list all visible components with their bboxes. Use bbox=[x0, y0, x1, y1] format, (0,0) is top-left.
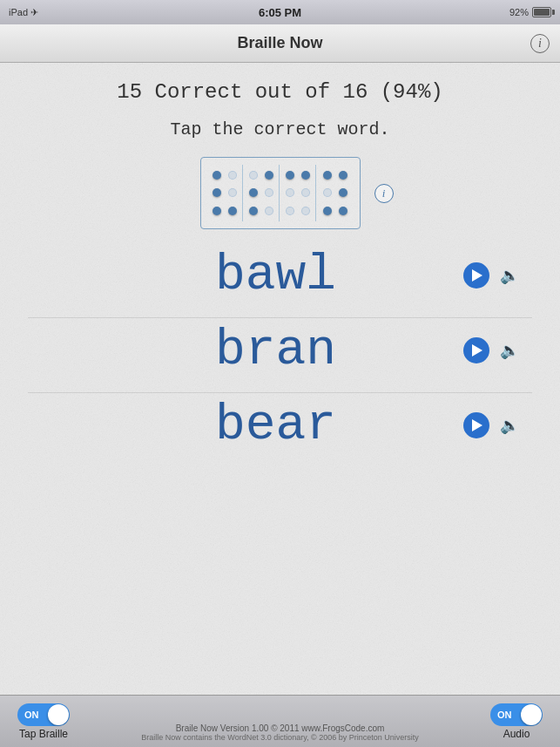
status-bar: iPad ✈ 6:05 PM 92% bbox=[0, 0, 560, 24]
word-row-bear: bear 🔈 bbox=[37, 397, 524, 453]
braille-dot bbox=[339, 207, 347, 215]
braille-dot bbox=[265, 188, 273, 197]
word-bawl-play-button[interactable] bbox=[463, 262, 489, 289]
toggle-thumb-audio bbox=[521, 704, 542, 725]
braille-dot bbox=[301, 207, 310, 215]
audio-on-label: ON bbox=[497, 710, 512, 720]
braille-dot bbox=[249, 207, 258, 215]
braille-cell-2 bbox=[245, 165, 280, 221]
status-time: 6:05 PM bbox=[259, 6, 301, 19]
braille-dot bbox=[301, 188, 310, 197]
toggle-thumb-braille bbox=[48, 704, 69, 725]
nav-info-button[interactable]: i bbox=[530, 34, 550, 53]
instruction-text: Tap the correct word. bbox=[170, 119, 389, 139]
main-content: 15 Correct out of 16 (94%) Tap the corre… bbox=[0, 63, 560, 695]
word-bear-speaker-icon[interactable]: 🔈 bbox=[498, 417, 521, 434]
word-bear-play-button[interactable] bbox=[463, 412, 489, 438]
divider-1 bbox=[28, 317, 532, 318]
braille-dot bbox=[228, 207, 237, 215]
braille-dot bbox=[228, 188, 237, 197]
braille-dot bbox=[213, 171, 221, 180]
braille-dot bbox=[249, 171, 258, 180]
tap-braille-toggle[interactable]: ON bbox=[17, 703, 70, 726]
braille-dot bbox=[323, 171, 332, 180]
braille-dot bbox=[323, 207, 332, 215]
battery-percent: 92% bbox=[509, 7, 529, 17]
braille-dot bbox=[213, 188, 221, 197]
word-bawl-controls: 🔈 bbox=[463, 262, 524, 289]
braille-dot bbox=[249, 188, 258, 197]
braille-dot bbox=[339, 188, 347, 197]
status-ipad: iPad ✈ bbox=[9, 7, 38, 18]
braille-dot bbox=[323, 188, 332, 197]
braille-dot bbox=[301, 171, 310, 180]
braille-dot bbox=[286, 207, 294, 215]
word-bawl-speaker-icon[interactable]: 🔈 bbox=[498, 267, 521, 284]
audio-group: ON Audio bbox=[490, 703, 543, 740]
braille-dot bbox=[286, 171, 294, 180]
battery-icon bbox=[532, 7, 551, 17]
tap-braille-label: Tap Braille bbox=[19, 728, 68, 740]
word-option-bawl[interactable]: bawl bbox=[89, 247, 463, 303]
braille-cell-4 bbox=[318, 165, 353, 221]
tap-braille-on-label: ON bbox=[24, 710, 39, 720]
audio-label: Audio bbox=[503, 728, 530, 740]
footer-text: Braile Now Version 1.00 © 2011 www.Frogs… bbox=[115, 723, 446, 747]
braille-container: i bbox=[200, 157, 361, 229]
braille-dot bbox=[265, 207, 273, 215]
score-display: 15 Correct out of 16 (94%) bbox=[117, 80, 442, 104]
braille-info-button[interactable]: i bbox=[374, 184, 394, 203]
braille-grid[interactable] bbox=[200, 157, 361, 229]
word-option-bear[interactable]: bear bbox=[89, 397, 463, 453]
braille-cell-1 bbox=[208, 165, 243, 221]
braille-dot bbox=[265, 171, 273, 180]
braille-dot bbox=[339, 171, 347, 180]
word-bran-controls: 🔈 bbox=[463, 337, 524, 363]
footer-line1: Braile Now Version 1.00 © 2011 www.Frogs… bbox=[115, 723, 446, 733]
word-bran-play-button[interactable] bbox=[463, 337, 489, 363]
nav-bar: Braille Now i bbox=[0, 24, 560, 63]
footer-line2: Braille Now contains the WordNet 3.0 dic… bbox=[115, 733, 446, 742]
word-option-bran[interactable]: bran bbox=[89, 322, 463, 378]
app-title: Braille Now bbox=[237, 34, 322, 52]
word-bran-speaker-icon[interactable]: 🔈 bbox=[498, 342, 521, 359]
braille-cell-3 bbox=[281, 165, 316, 221]
divider-2 bbox=[28, 392, 532, 393]
braille-dot bbox=[213, 207, 221, 215]
status-battery: 92% bbox=[509, 7, 551, 17]
tap-braille-group: ON Tap Braille bbox=[17, 703, 70, 740]
bottom-bar: ON Tap Braille Braile Now Version 1.00 ©… bbox=[0, 695, 560, 747]
audio-toggle[interactable]: ON bbox=[490, 703, 543, 726]
word-bear-controls: 🔈 bbox=[463, 412, 524, 438]
braille-dot bbox=[228, 171, 237, 180]
braille-dot bbox=[286, 188, 294, 197]
word-row-bran: bran 🔈 bbox=[37, 322, 524, 378]
word-row-bawl: bawl 🔈 bbox=[37, 247, 524, 303]
